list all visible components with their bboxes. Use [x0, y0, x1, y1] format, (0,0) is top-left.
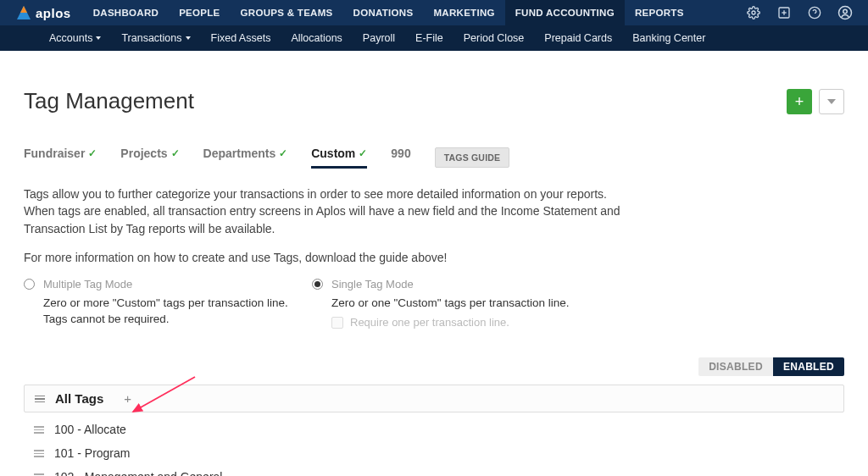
help-icon[interactable] [807, 5, 822, 20]
single-mode-col: Single Tag Mode Zero or one "Custom" tag… [312, 278, 600, 330]
tag-row[interactable]: 102 - Management and General [34, 465, 844, 476]
tag-list: 100 - Allocate 101 - Program 102 - Manag… [24, 412, 844, 476]
logo[interactable]: aplos [15, 4, 71, 21]
svg-marker-1 [20, 6, 27, 13]
nav-item-groups[interactable]: GROUPS & TEAMS [231, 0, 343, 25]
page-header: Tag Management + [24, 88, 844, 114]
nav-item-fund-accounting[interactable]: FUND ACCOUNTING [505, 0, 625, 25]
tag-row[interactable]: 100 - Allocate [34, 418, 844, 441]
subnav: Accounts Transactions Fixed Assets Alloc… [0, 25, 868, 51]
status-disabled-button[interactable]: DISABLED [698, 357, 773, 376]
svg-point-2 [752, 11, 755, 14]
nav-item-people[interactable]: PEOPLE [169, 0, 230, 25]
single-mode-radio[interactable]: Single Tag Mode [312, 278, 600, 291]
drag-handle-icon[interactable] [34, 450, 44, 457]
caret-down-icon [186, 36, 191, 40]
description-paragraph-1: Tags allow you to further categorize you… [24, 185, 634, 237]
subnav-transactions[interactable]: Transactions [111, 32, 200, 44]
tab-990[interactable]: 990 [391, 147, 410, 169]
tab-departments[interactable]: Departments✓ [203, 147, 288, 169]
subnav-allocations[interactable]: Allocations [281, 32, 352, 44]
add-tag-button[interactable]: + [124, 391, 131, 406]
page: Tag Management + Fundraiser✓ Projects✓ D… [0, 51, 868, 476]
multiple-mode-sub: Zero or more "Custom" tags per transacti… [43, 296, 312, 328]
radio-icon-checked [312, 279, 323, 290]
checkbox-icon [331, 317, 343, 329]
more-actions-button[interactable] [819, 89, 844, 114]
tag-label: 101 - Program [54, 446, 130, 460]
tags-guide-button[interactable]: TAGS GUIDE [435, 147, 510, 168]
tag-label: 102 - Management and General [54, 470, 222, 476]
nav-main: DASHBOARD PEOPLE GROUPS & TEAMS DONATION… [83, 0, 746, 25]
caret-down-icon [827, 99, 836, 104]
logo-text: aplos [36, 6, 71, 20]
subnav-fixed-assets[interactable]: Fixed Assets [201, 32, 281, 44]
description-paragraph-2: For more information on how to create an… [24, 249, 634, 266]
panel-title: All Tags [55, 391, 103, 406]
topbar: aplos DASHBOARD PEOPLE GROUPS & TEAMS DO… [0, 0, 868, 25]
radio-icon [24, 279, 35, 290]
drag-handle-icon[interactable] [35, 396, 45, 403]
tab-custom[interactable]: Custom✓ [311, 147, 367, 169]
nav-item-donations[interactable]: DONATIONS [343, 0, 424, 25]
nav-item-marketing[interactable]: MARKETING [423, 0, 504, 25]
svg-marker-10 [827, 99, 836, 104]
tag-panel: All Tags + 100 - Allocate 101 - Program … [24, 385, 844, 476]
add-button[interactable]: + [787, 89, 812, 114]
subnav-accounts[interactable]: Accounts [39, 32, 111, 44]
description: Tags allow you to further categorize you… [24, 185, 634, 266]
single-mode-label: Single Tag Mode [331, 278, 414, 291]
multiple-mode-label: Multiple Tag Mode [43, 278, 132, 291]
add-square-icon[interactable] [776, 5, 792, 20]
check-icon: ✓ [171, 147, 180, 159]
drag-handle-icon[interactable] [34, 426, 44, 434]
multiple-mode-col: Multiple Tag Mode Zero or more "Custom" … [24, 278, 312, 330]
require-label: Require one per transaction line. [350, 315, 509, 330]
page-title: Tag Management [24, 88, 194, 114]
status-enabled-button[interactable]: ENABLED [773, 357, 844, 376]
subnav-payroll[interactable]: Payroll [353, 32, 405, 44]
tag-mode-row: Multiple Tag Mode Zero or more "Custom" … [24, 278, 844, 330]
subnav-efile[interactable]: E-File [405, 32, 453, 44]
caret-down-icon [96, 36, 101, 40]
tab-fundraiser[interactable]: Fundraiser✓ [24, 147, 97, 169]
check-icon: ✓ [359, 147, 367, 159]
nav-item-dashboard[interactable]: DASHBOARD [83, 0, 169, 25]
single-mode-sub: Zero or one "Custom" tags per transactio… [331, 296, 600, 330]
logo-icon [15, 4, 32, 21]
settings-icon[interactable] [746, 5, 761, 20]
svg-point-9 [843, 9, 848, 14]
subnav-period-close[interactable]: Period Close [453, 32, 535, 44]
tag-panel-header: All Tags + [24, 385, 844, 412]
require-row[interactable]: Require one per transaction line. [331, 315, 600, 330]
header-actions: + [787, 89, 844, 114]
tag-label: 100 - Allocate [54, 423, 126, 436]
tabs: Fundraiser✓ Projects✓ Departments✓ Custo… [24, 147, 844, 169]
tab-projects[interactable]: Projects✓ [120, 147, 179, 169]
status-toggle: DISABLED ENABLED [24, 357, 844, 376]
subnav-banking-center[interactable]: Banking Center [622, 32, 715, 44]
check-icon: ✓ [279, 147, 287, 159]
nav-item-reports[interactable]: REPORTS [625, 0, 694, 25]
nav-right [746, 5, 858, 20]
check-icon: ✓ [88, 147, 97, 159]
subnav-prepaid-cards[interactable]: Prepaid Cards [534, 32, 622, 44]
account-icon[interactable] [837, 5, 853, 20]
multiple-mode-radio[interactable]: Multiple Tag Mode [24, 278, 312, 291]
tag-row[interactable]: 101 - Program [34, 441, 844, 465]
